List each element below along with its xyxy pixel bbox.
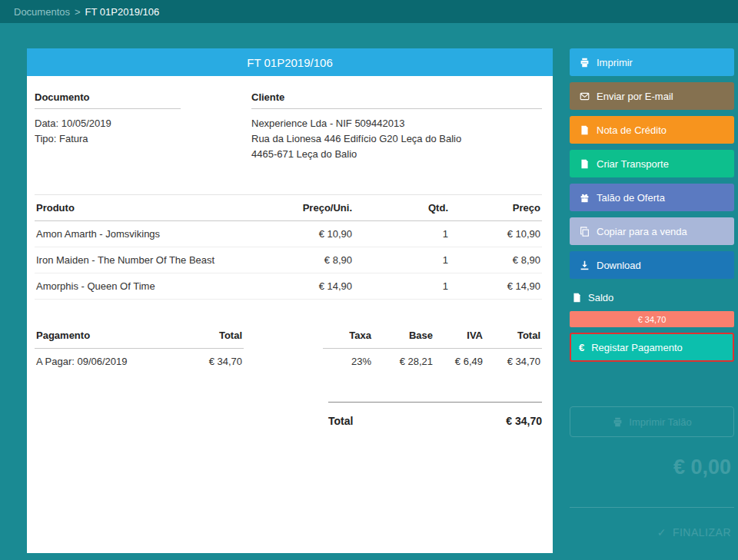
- column-header-pagamento: Pagamento: [35, 323, 185, 349]
- printer-icon: [612, 417, 623, 427]
- check-icon: ✓: [657, 526, 667, 538]
- tax-table: Taxa Base IVA Total 23% € 28,21 € 6,49 €…: [323, 323, 542, 374]
- payment-tax-section: Pagamento Total A Pagar: 09/06/2019 € 34…: [35, 323, 542, 374]
- client-section: Cliente Nexperience Lda - NIF 509442013 …: [251, 91, 542, 162]
- imprimir-button[interactable]: Imprimir: [570, 48, 734, 76]
- products-section: Produto Preço/Uni. Qtd. Preço Amon Amart…: [35, 194, 542, 300]
- breadcrumb-current: FT 01P2019/106: [85, 6, 160, 18]
- criar-transporte-button[interactable]: Criar Transporte: [570, 150, 734, 177]
- action-label: Registar Pagamento: [591, 342, 683, 353]
- document-type: Tipo: Fatura: [35, 131, 251, 147]
- tax-base: € 28,21: [373, 349, 434, 375]
- download-button[interactable]: Download: [570, 251, 734, 279]
- file-icon: [579, 159, 590, 169]
- action-label: Talão de Oferta: [597, 192, 665, 204]
- gift-icon: [579, 193, 590, 203]
- saldo-amount: € 34,70: [638, 315, 667, 324]
- grand-total-label: Total: [328, 415, 353, 427]
- table-row: A Pagar: 09/06/2019 € 34,70: [35, 349, 244, 375]
- dimmed-amount: € 0,00: [570, 456, 734, 479]
- nota-credito-button[interactable]: Nota de Crédito: [570, 116, 734, 144]
- payment-amount: € 34,70: [185, 349, 244, 375]
- dimmed-background-panel: Imprimir Talão € 0,00 ✓ FINALIZAR: [570, 406, 734, 538]
- registar-pagamento-button[interactable]: € Registar Pagamento: [570, 333, 734, 362]
- action-label: Imprimir: [597, 57, 633, 68]
- products-table: Produto Preço/Uni. Qtd. Preço Amon Amart…: [35, 194, 542, 300]
- client-address-line1: Rua da Lionesa 446 Edifício G20 Leça do …: [251, 131, 542, 147]
- column-header-pagamento-total: Total: [185, 323, 244, 349]
- column-header-qtd: Qtd.: [354, 195, 450, 221]
- tax-iva: € 6,49: [434, 349, 484, 375]
- product-total: € 10,90: [450, 221, 542, 247]
- product-unit-price: € 14,90: [261, 273, 354, 300]
- euro-icon: €: [579, 342, 584, 353]
- topbar: Documentos > FT 01P2019/106: [0, 0, 738, 23]
- products-header-row: Produto Preço/Uni. Qtd. Preço: [35, 195, 542, 221]
- dimmed-finalize-label: FINALIZAR: [673, 526, 731, 538]
- table-row: Iron Maiden - The Number Of The Beast € …: [35, 247, 542, 273]
- product-name: Amorphis - Queen Of Time: [35, 273, 261, 300]
- product-qty: 1: [354, 273, 450, 300]
- divider: [570, 507, 734, 508]
- column-header-iva: IVA: [434, 323, 484, 349]
- document-heading: Documento: [35, 91, 181, 109]
- column-header-base: Base: [373, 323, 434, 349]
- product-unit-price: € 8,90: [261, 247, 354, 273]
- column-header-preco: Preço: [450, 195, 542, 221]
- dimmed-finalize-button: ✓ FINALIZAR: [570, 526, 734, 538]
- saldo-label-row: Saldo: [571, 292, 734, 303]
- column-header-preco-uni: Preço/Uni.: [261, 195, 354, 221]
- envelope-icon: [579, 91, 590, 101]
- table-row: Amon Amarth - Jomsvikings € 10,90 1 € 10…: [35, 221, 542, 247]
- document-section: Documento Data: 10/05/2019 Tipo: Fatura: [35, 91, 251, 162]
- product-name: Iron Maiden - The Number Of The Beast: [35, 247, 261, 273]
- action-label: Criar Transporte: [597, 158, 669, 170]
- action-label: Download: [597, 260, 641, 271]
- breadcrumb-separator: >: [75, 6, 81, 18]
- action-label: Enviar por E-mail: [597, 91, 673, 102]
- column-header-tax-total: Total: [484, 323, 542, 349]
- product-qty: 1: [354, 247, 450, 273]
- dimmed-print-receipt-label: Imprimir Talão: [629, 416, 691, 428]
- payment-due: A Pagar: 09/06/2019: [35, 349, 185, 375]
- client-heading: Cliente: [251, 91, 542, 109]
- grand-total-value: € 34,70: [506, 415, 542, 427]
- copiar-venda-button[interactable]: Copiar para a venda: [570, 217, 734, 245]
- product-qty: 1: [354, 221, 450, 247]
- download-icon: [579, 260, 590, 270]
- client-name: Nexperience Lda - NIF 509442013: [251, 116, 542, 131]
- payment-table: Pagamento Total A Pagar: 09/06/2019 € 34…: [35, 323, 244, 374]
- document-date: Data: 10/05/2019: [35, 116, 251, 131]
- talao-oferta-button[interactable]: Talão de Oferta: [570, 184, 734, 211]
- file-icon: [571, 293, 582, 303]
- document-client-info: Documento Data: 10/05/2019 Tipo: Fatura …: [35, 91, 542, 162]
- saldo-label: Saldo: [588, 292, 613, 303]
- product-total: € 14,90: [450, 273, 542, 300]
- invoice-title: FT 01P2019/106: [247, 56, 332, 69]
- dimmed-print-receipt-button: Imprimir Talão: [570, 406, 734, 437]
- action-label: Copiar para a venda: [597, 226, 687, 237]
- table-row: 23% € 28,21 € 6,49 € 34,70: [323, 349, 542, 375]
- invoice-card: FT 01P2019/106 Documento Data: 10/05/201…: [27, 48, 553, 553]
- saldo-amount-badge: € 34,70: [570, 311, 734, 327]
- action-sidebar: Imprimir Enviar por E-mail Nota de Crédi…: [570, 48, 734, 538]
- client-address-line2: 4465-671 Leça do Balio: [251, 147, 542, 162]
- grand-total-row: Total € 34,70: [328, 402, 542, 427]
- breadcrumb-documentos-link[interactable]: Documentos: [14, 6, 70, 18]
- file-icon: [579, 125, 590, 135]
- enviar-email-button[interactable]: Enviar por E-mail: [570, 82, 734, 110]
- action-label: Nota de Crédito: [597, 124, 667, 136]
- tax-total: € 34,70: [484, 349, 542, 375]
- copy-icon: [579, 227, 590, 237]
- product-unit-price: € 10,90: [261, 221, 354, 247]
- printer-icon: [579, 58, 590, 68]
- column-header-produto: Produto: [35, 195, 261, 221]
- column-header-taxa: Taxa: [323, 323, 373, 349]
- product-total: € 8,90: [450, 247, 542, 273]
- invoice-body: Documento Data: 10/05/2019 Tipo: Fatura …: [27, 76, 553, 427]
- tax-rate: 23%: [323, 349, 373, 375]
- invoice-title-bar: FT 01P2019/106: [27, 48, 553, 76]
- product-name: Amon Amarth - Jomsvikings: [35, 221, 261, 247]
- table-row: Amorphis - Queen Of Time € 14,90 1 € 14,…: [35, 273, 542, 300]
